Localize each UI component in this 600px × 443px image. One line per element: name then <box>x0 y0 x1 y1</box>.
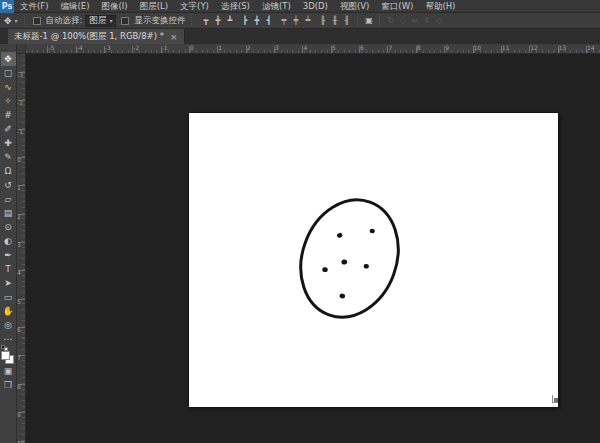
menu-edit[interactable]: 编辑(E) <box>55 0 96 13</box>
tool-preset-caret-icon[interactable]: ▾ <box>15 17 18 24</box>
quick-mask-button[interactable]: ▣ <box>1 364 16 378</box>
horizontal-ruler[interactable]: -5-4-3-2-101234567891011121314 <box>26 44 600 54</box>
3d-drag-icon: ⇔ <box>409 16 420 25</box>
ruler-label: 11 <box>502 44 510 51</box>
ruler-label: 4 <box>17 269 21 276</box>
screen-mode-button[interactable]: ❐ <box>1 378 16 392</box>
menu-image[interactable]: 图像(I) <box>96 0 134 13</box>
auto-select-checkbox[interactable] <box>33 17 41 25</box>
align-distribute-icons: ┳╋┻┣╋┫╤╪╧╟╫╢▣↻◌⇔⇕◇ <box>198 15 446 26</box>
drawn-dot <box>336 232 343 238</box>
ruler-label: 1 <box>17 184 21 191</box>
3d-rotate-icon: ↻ <box>385 16 396 25</box>
crop-tool[interactable]: # <box>1 108 16 122</box>
distribute-horizontal-centers-icon[interactable]: ╫ <box>329 16 340 25</box>
eyedropper-tool[interactable]: ✐ <box>1 122 16 136</box>
ruler-label: -3 <box>17 71 23 78</box>
ruler-label: 3 <box>17 241 21 248</box>
auto-select-target-dropdown[interactable]: 图层 ▾ <box>85 15 116 27</box>
distribute-bottom-edges-icon[interactable]: ╧ <box>302 16 313 25</box>
quick-selection-tool[interactable]: ✧ <box>1 94 16 108</box>
document-tab-title: 未标题-1 @ 100%(图层 1, RGB/8#) * <box>14 31 164 43</box>
distribute-top-edges-icon[interactable]: ╤ <box>278 16 289 25</box>
menu-help[interactable]: 帮助(H) <box>419 0 461 13</box>
ruler-label: 1 <box>218 44 222 51</box>
ruler-label: 6 <box>360 44 364 51</box>
auto-align-layers-icon[interactable]: ▣ <box>363 16 374 25</box>
ruler-label: -1 <box>162 44 168 51</box>
document-tab[interactable]: 未标题-1 @ 100%(图层 1, RGB/8#) * × <box>8 29 185 44</box>
path-selection-tool[interactable]: ➤ <box>1 276 16 290</box>
document-canvas[interactable] <box>189 113 558 407</box>
gradient-tool[interactable]: ▤ <box>1 206 16 220</box>
ruler-label: -2 <box>17 99 23 106</box>
history-brush-tool[interactable]: ↺ <box>1 178 16 192</box>
distribute-right-edges-icon[interactable]: ╢ <box>341 16 352 25</box>
ruler-label: 5 <box>332 44 336 51</box>
ruler-label: 8 <box>417 44 421 51</box>
ruler-label: 9 <box>445 44 449 51</box>
menu-filter[interactable]: 滤镜(T) <box>256 0 297 13</box>
vertical-ruler[interactable]: -3-2-1012345678910 <box>17 54 26 443</box>
clone-stamp-tool[interactable]: Ω <box>1 164 16 178</box>
brush-tool[interactable]: ✎ <box>1 150 16 164</box>
tools-panel: ✥▢∿✧#✐✚✎Ω↺▱▤⊙◐✒T➤▭✋◎⋯▣❐ <box>0 44 17 443</box>
auto-select-label: 自动选择: <box>46 15 83 27</box>
canvas-pasteboard[interactable] <box>26 54 600 443</box>
show-transform-checkbox[interactable] <box>121 17 129 25</box>
drawn-ellipse <box>285 186 414 331</box>
ruler-label: -4 <box>77 44 83 51</box>
eraser-tool[interactable]: ▱ <box>1 192 16 206</box>
dodge-tool[interactable]: ◐ <box>1 234 16 248</box>
ruler-label: -2 <box>133 44 139 51</box>
drawn-dot <box>341 259 348 265</box>
move-tool[interactable]: ✥ <box>1 52 16 66</box>
shape-tool[interactable]: ▭ <box>1 290 16 304</box>
photoshop-window: Ps 文件(F)编辑(E)图像(I)图层(L)文字(Y)选择(S)滤镜(T)3D… <box>0 0 600 443</box>
separator <box>357 15 358 26</box>
menu-file[interactable]: 文件(F) <box>14 0 55 13</box>
align-vertical-centers-icon[interactable]: ╋ <box>212 16 223 25</box>
lasso-tool[interactable]: ∿ <box>1 80 16 94</box>
ruler-label: 6 <box>17 326 21 333</box>
blur-tool[interactable]: ⊙ <box>1 220 16 234</box>
ruler-label: -5 <box>48 44 54 51</box>
type-tool[interactable]: T <box>1 262 16 276</box>
pen-tool[interactable]: ✒ <box>1 248 16 262</box>
menu-view[interactable]: 视图(V) <box>334 0 375 13</box>
ruler-label: -3 <box>105 44 111 51</box>
close-tab-icon[interactable]: × <box>170 32 178 42</box>
edit-toolbar-button[interactable]: ⋯ <box>1 332 16 346</box>
distribute-vertical-centers-icon[interactable]: ╪ <box>290 16 301 25</box>
ruler-label: 7 <box>388 44 392 51</box>
ruler-label: 8 <box>17 383 21 390</box>
3d-slide-icon: ⇕ <box>421 16 432 25</box>
ruler-label: 10 <box>17 440 25 443</box>
chevron-down-icon: ▾ <box>109 17 112 24</box>
menu-select[interactable]: 选择(S) <box>215 0 256 13</box>
menu-layer[interactable]: 图层(L) <box>134 0 174 13</box>
menu-bar: Ps 文件(F)编辑(E)图像(I)图层(L)文字(Y)选择(S)滤镜(T)3D… <box>0 0 600 13</box>
align-bottom-edges-icon[interactable]: ┻ <box>224 16 235 25</box>
healing-brush-tool[interactable]: ✚ <box>1 136 16 150</box>
menu-type[interactable]: 文字(Y) <box>174 0 215 13</box>
distribute-left-edges-icon[interactable]: ╟ <box>317 16 328 25</box>
freehand-drawing <box>189 113 558 407</box>
ruler-label: 7 <box>17 354 21 361</box>
3d-scale-icon: ◇ <box>433 16 444 25</box>
ruler-label: 12 <box>530 44 538 51</box>
auto-select-target-value: 图层 <box>89 15 106 27</box>
menu-window[interactable]: 窗口(W) <box>375 0 419 13</box>
align-right-edges-icon[interactable]: ┫ <box>263 16 274 25</box>
align-horizontal-centers-icon[interactable]: ╋ <box>251 16 262 25</box>
hand-tool[interactable]: ✋ <box>1 304 16 318</box>
ruler-label: -1 <box>17 128 23 135</box>
align-left-edges-icon[interactable]: ┣ <box>239 16 250 25</box>
align-top-edges-icon[interactable]: ┳ <box>200 16 211 25</box>
marquee-tool[interactable]: ▢ <box>1 66 16 80</box>
zoom-tool[interactable]: ◎ <box>1 318 16 332</box>
foreground-color-swatch[interactable] <box>1 351 10 360</box>
menu-3d[interactable]: 3D(D) <box>297 0 334 13</box>
ruler-corner <box>17 44 26 54</box>
drawn-dot <box>370 229 375 234</box>
